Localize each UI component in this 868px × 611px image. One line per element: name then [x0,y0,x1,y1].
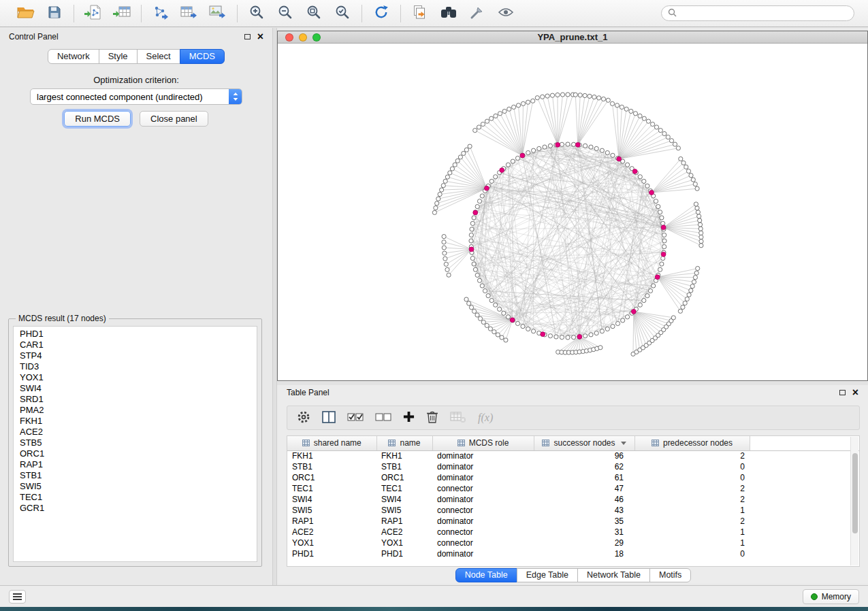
network-node[interactable] [594,146,598,150]
mcds-node-item[interactable]: FKH1 [20,416,251,427]
network-node[interactable] [521,101,525,105]
network-node[interactable] [572,142,576,146]
network-node[interactable] [554,335,558,339]
network-node[interactable] [535,96,539,100]
network-node[interactable] [475,313,479,317]
table-cell-predecessors[interactable]: 0 [634,548,750,559]
table-cell-shared_name[interactable]: ORC1 [287,472,376,483]
table-cell-shared_name[interactable]: YOX1 [287,538,376,548]
table-cell-shared_name[interactable]: SWI5 [287,505,376,516]
mcds-node-item[interactable]: ACE2 [20,427,251,437]
network-node[interactable] [572,335,576,340]
network-node[interactable] [699,244,703,248]
table-cell-successors[interactable]: 96 [534,450,634,461]
network-node[interactable] [453,163,457,167]
network-node[interactable] [698,218,702,222]
table-cell-name[interactable]: ACE2 [376,527,432,538]
table-cell-shared_name[interactable]: STB1 [287,461,376,472]
table-cell-successors[interactable]: 35 [534,516,634,527]
network-node[interactable] [470,227,474,231]
float-panel-icon[interactable] [244,34,251,39]
network-node[interactable] [477,125,481,129]
network-node[interactable] [642,179,646,183]
network-node[interactable] [512,105,516,109]
network-node[interactable] [545,94,549,98]
network-node[interactable] [694,271,698,275]
mcds-node-item[interactable]: TID3 [20,361,251,372]
network-node[interactable] [654,199,658,203]
network-node[interactable] [662,239,666,243]
scrollbar-thumb[interactable] [852,453,858,533]
table-row[interactable]: TEC1TEC1connector472 [287,483,859,494]
network-node[interactable] [615,321,620,325]
network-node[interactable] [689,288,693,293]
network-node[interactable] [543,145,547,149]
network-node[interactable] [633,112,637,116]
network-node[interactable] [681,305,685,309]
network-node[interactable] [435,201,439,205]
network-node[interactable] [658,129,662,133]
close-panel-icon[interactable]: × [852,389,858,396]
table-cell-name[interactable]: ORC1 [376,472,432,483]
show-columns-button[interactable] [322,411,336,425]
function-builder-button[interactable]: f(x) [478,412,493,424]
zoom-fit-button[interactable] [303,3,325,24]
network-node[interactable] [589,145,593,149]
mcds-hub-node[interactable] [500,168,504,173]
table-cell-successors[interactable]: 47 [534,483,634,494]
network-node[interactable] [566,335,570,340]
network-node[interactable] [504,338,508,342]
close-panel-button[interactable]: Close panel [140,111,208,127]
network-node[interactable] [673,142,677,146]
network-node[interactable] [629,109,633,113]
network-node[interactable] [694,202,698,206]
network-node[interactable] [693,276,697,280]
network-node[interactable] [621,318,625,323]
table-cell-predecessors[interactable]: 1 [634,505,750,516]
zoom-selected-button[interactable] [332,3,353,24]
network-node[interactable] [477,278,481,282]
network-node[interactable] [473,267,477,271]
network-node[interactable] [684,165,688,169]
network-node[interactable] [678,309,682,313]
table-cell-successors[interactable]: 29 [534,538,634,548]
network-node[interactable] [605,327,609,331]
network-node[interactable] [696,266,700,270]
table-cell-successors[interactable]: 62 [534,461,634,472]
network-node[interactable] [458,155,462,159]
mcds-node-item[interactable]: SWI5 [20,481,251,492]
network-node[interactable] [690,284,694,288]
table-cell-name[interactable]: YOX1 [376,538,432,548]
network-node[interactable] [515,321,519,325]
network-node[interactable] [443,179,447,183]
tab-style[interactable]: Style [99,49,138,64]
table-cell-name[interactable]: RAP1 [376,516,432,527]
tab-network-table[interactable]: Network Table [577,568,650,582]
table-scrollbar[interactable] [850,437,858,565]
network-node[interactable] [502,109,507,113]
mcds-node-item[interactable]: ORC1 [20,448,251,459]
mcds-node-item[interactable]: SWI4 [20,383,251,394]
network-node[interactable] [588,94,592,98]
network-node[interactable] [470,257,475,261]
network-node[interactable] [469,239,473,243]
network-node[interactable] [648,288,652,293]
network-node[interactable] [611,153,615,157]
mcds-node-item[interactable]: STP4 [20,350,251,361]
select-all-button[interactable] [347,412,364,425]
table-cell-name[interactable]: PHD1 [376,548,432,559]
network-node[interactable] [600,329,604,333]
table-cell-role[interactable]: connector [432,538,534,548]
network-node[interactable] [468,144,472,148]
refresh-network-button[interactable] [370,3,392,24]
network-node[interactable] [691,178,695,182]
network-node[interactable] [594,331,598,335]
deselect-all-button[interactable] [375,412,391,425]
table-cell-role[interactable]: connector [432,505,534,516]
tab-mcds[interactable]: MCDS [180,49,225,64]
network-node[interactable] [642,116,646,120]
table-cell-name[interactable]: FKH1 [376,450,432,461]
network-node[interactable] [441,184,445,188]
network-node[interactable] [662,245,666,249]
network-node[interactable] [521,325,525,329]
